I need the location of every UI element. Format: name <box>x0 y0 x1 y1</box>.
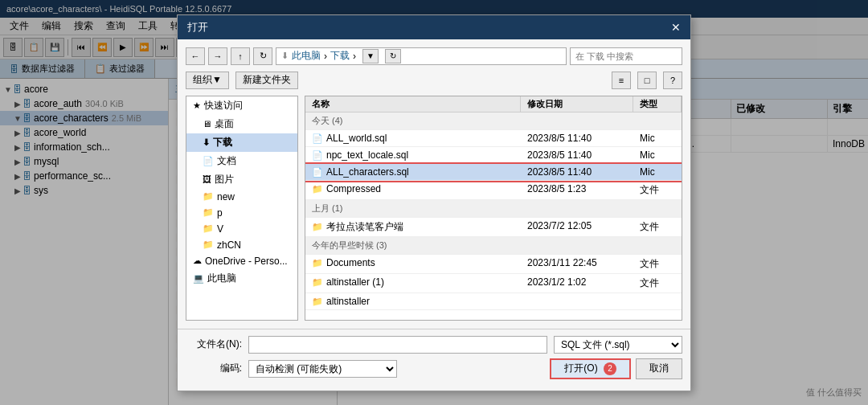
file-row-all-world[interactable]: 📄ALL_world.sql 2023/8/5 11:40 Mic <box>305 130 682 147</box>
filename-label: 文件名(N): <box>186 338 242 351</box>
filename-input[interactable] <box>248 336 547 354</box>
sidebar-pictures[interactable]: 🖼 图片 <box>186 170 297 189</box>
file-nav-path: ⬇ 此电脑 › 下载 › ▼ ↻ <box>276 47 567 65</box>
file-nav-back[interactable]: ← <box>186 47 205 65</box>
path-item-pc[interactable]: 此电脑 <box>292 49 321 63</box>
sidebar-new[interactable]: 📁 new <box>186 189 297 205</box>
fr-all-world-name: 📄ALL_world.sql <box>305 130 521 146</box>
p-folder-label: p <box>217 207 223 219</box>
file-row-all-characters[interactable]: 📄ALL_characters.sql 2023/8/5 11:40 Mic <box>305 164 682 181</box>
sidebar-zhcn[interactable]: 📁 zhCN <box>186 237 297 253</box>
zhcn-folder-icon: 📁 <box>203 239 214 250</box>
download-label: 下载 <box>213 136 232 149</box>
compressed-folder-icon: 📁 <box>312 184 323 194</box>
documents-icon: 📄 <box>203 156 214 166</box>
sidebar-onedrive[interactable]: ☁ OneDrive - Perso... <box>186 253 297 269</box>
file-nav-forward[interactable]: → <box>208 47 227 65</box>
fr-all-characters-type: Mic <box>633 164 682 180</box>
zhcn-folder-label: zhCN <box>217 239 241 251</box>
view-grid-btn[interactable]: □ <box>637 72 657 89</box>
new-folder-label: new <box>217 191 235 202</box>
documents-folder-icon: 📁 <box>312 258 323 268</box>
sidebar-download[interactable]: ⬇ 下载 <box>186 133 297 152</box>
path-item-download[interactable]: 下载 <box>330 49 350 63</box>
fr-compressed-type: 文件 <box>633 181 682 199</box>
fr-documents-type: 文件 <box>633 255 682 273</box>
view-help-btn[interactable]: ? <box>663 72 682 89</box>
sidebar-p[interactable]: 📁 p <box>186 205 297 221</box>
dialog-buttons: 打开(O) 2 取消 <box>550 358 682 379</box>
cancel-button[interactable]: 取消 <box>636 358 682 379</box>
v-folder-label: V <box>217 223 223 235</box>
fr-compressed-name: 📁Compressed <box>305 181 521 199</box>
quick-access-label: 快速访问 <box>204 99 243 112</box>
file-sidebar: ★ 快速访问 🖥 桌面 ⬇ 下载 📄 文档 <box>186 96 298 321</box>
p-folder-icon: 📁 <box>203 207 214 218</box>
sidebar-documents[interactable]: 📄 文档 <box>186 152 297 170</box>
open-button[interactable]: 打开(O) 2 <box>550 358 631 379</box>
onedrive-label: OneDrive - Perso... <box>205 256 288 267</box>
download-icon: ⬇ <box>203 137 210 148</box>
path-sep-end: › <box>353 51 356 62</box>
fr-altinstaller1-date: 2023/1/2 1:02 <box>521 274 633 292</box>
fr-compressed-date: 2023/8/5 1:23 <box>521 181 633 199</box>
fr-documents-name: 📁Documents <box>305 255 521 273</box>
fr-altinstaller-date <box>521 293 633 309</box>
this-pc-icon: 💻 <box>193 273 204 284</box>
file-search-input[interactable] <box>570 47 682 65</box>
path-dropdown-btn[interactable]: ▼ <box>362 49 379 63</box>
path-sep: › <box>324 51 327 62</box>
organize-btn[interactable]: 组织▼ <box>186 72 229 89</box>
fr-npc-text-date: 2023/8/5 11:40 <box>521 147 633 163</box>
file-row-compressed[interactable]: 📁Compressed 2023/8/5 1:23 文件 <box>305 181 682 200</box>
new-folder-btn[interactable]: 新建文件夹 <box>235 72 298 89</box>
pictures-label: 图片 <box>215 173 234 186</box>
pictures-icon: 🖼 <box>203 174 211 184</box>
fh-name: 名称 <box>305 96 521 112</box>
new-folder-icon: 📁 <box>203 191 214 202</box>
file-toolbar: 组织▼ 新建文件夹 ≡ □ ? <box>186 72 682 89</box>
desktop-label: 桌面 <box>215 117 234 131</box>
file-row-documents[interactable]: 📁Documents 2023/1/11 22:45 文件 <box>305 255 682 274</box>
file-row-npc-text[interactable]: 📄npc_text_locale.sql 2023/8/5 11:40 Mic <box>305 147 682 164</box>
sidebar-quick-access[interactable]: ★ 快速访问 <box>186 96 297 115</box>
fr-koala-date: 2023/7/2 12:05 <box>521 218 633 236</box>
file-row-altinstaller[interactable]: 📁altinstaller <box>305 293 682 310</box>
file-nav-up[interactable]: ↑ <box>231 47 250 65</box>
view-list-btn[interactable]: ≡ <box>612 72 631 89</box>
group-last-month: 上月 (1) <box>305 200 682 218</box>
encoding-select[interactable]: 自动检测 (可能失败) <box>248 360 397 378</box>
altinstaller1-icon: 📁 <box>312 277 323 287</box>
filetype-select[interactable]: SQL 文件 (*.sql) <box>554 336 682 354</box>
this-pc-label: 此电脑 <box>207 272 236 285</box>
file-nav-refresh[interactable]: ↻ <box>253 47 272 65</box>
fr-all-characters-date: 2023/8/5 11:40 <box>521 164 633 180</box>
v-folder-icon: 📁 <box>203 223 214 234</box>
file-encoding-row: 编码: 自动检测 (可能失败) 打开(O) 2 取消 <box>186 358 682 379</box>
dialog-title-text: 打开 <box>187 20 208 35</box>
open-badge: 2 <box>604 362 616 375</box>
dialog-body: ← → ↑ ↻ ⬇ 此电脑 › 下载 › ▼ ↻ 组织▼ 新建文件夹 <box>178 39 690 329</box>
file-row-koala[interactable]: 📁考拉点读笔客户端 2023/7/2 12:05 文件 <box>305 218 682 237</box>
path-refresh-btn[interactable]: ↻ <box>385 49 401 63</box>
file-row-altinstaller1[interactable]: 📁altinstaller (1) 2023/1/2 1:02 文件 <box>305 274 682 293</box>
sidebar-this-pc[interactable]: 💻 此电脑 <box>186 269 297 288</box>
sql-file-icon-3: 📄 <box>312 167 323 177</box>
fr-koala-type: 文件 <box>633 218 682 236</box>
fr-npc-text-name: 📄npc_text_locale.sql <box>305 147 521 163</box>
sidebar-v[interactable]: 📁 V <box>186 221 297 237</box>
dialog-title-bar: 打开 ✕ <box>178 15 690 39</box>
dialog-close-btn[interactable]: ✕ <box>671 21 681 34</box>
fr-altinstaller-type <box>633 293 682 309</box>
fr-altinstaller1-name: 📁altinstaller (1) <box>305 274 521 292</box>
onedrive-icon: ☁ <box>193 256 202 266</box>
dialog-overlay: 打开 ✕ ← → ↑ ↻ ⬇ 此电脑 › 下载 › ▼ ↻ <box>0 0 868 405</box>
file-name-row: 文件名(N): SQL 文件 (*.sql) <box>186 336 682 354</box>
sidebar-desktop[interactable]: 🖥 桌面 <box>186 115 297 133</box>
group-earlier: 今年的早些时候 (3) <box>305 237 682 255</box>
file-nav: ← → ↑ ↻ ⬇ 此电脑 › 下载 › ▼ ↻ <box>186 47 682 65</box>
fh-type: 类型 <box>633 96 682 112</box>
desktop-icon: 🖥 <box>203 119 211 129</box>
file-list-header: 名称 修改日期 类型 <box>305 96 682 112</box>
fr-all-characters-name: 📄ALL_characters.sql <box>305 164 521 180</box>
